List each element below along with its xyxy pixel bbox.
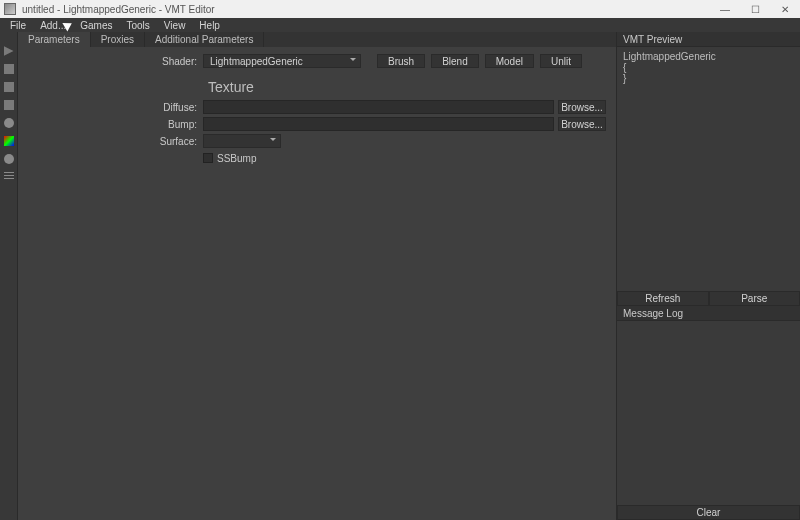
shader-brush-button[interactable]: Brush	[377, 54, 425, 68]
minimize-button[interactable]: —	[710, 0, 740, 18]
ssbump-checkbox[interactable]	[203, 153, 213, 163]
ssbump-label: SSBump	[217, 153, 256, 164]
surface-dropdown[interactable]	[203, 134, 281, 148]
shader-value: LightmappedGeneric	[210, 56, 303, 67]
message-log-header: Message Log	[617, 306, 800, 321]
tool-icon[interactable]	[4, 82, 14, 92]
bump-input[interactable]	[203, 117, 554, 131]
surface-label: Surface:	[18, 136, 203, 147]
menu-view[interactable]: View	[158, 20, 192, 31]
tool-icon[interactable]	[4, 100, 14, 110]
shader-model-button[interactable]: Model	[485, 54, 534, 68]
tool-icon[interactable]	[4, 46, 14, 56]
menu-help[interactable]: Help	[193, 20, 226, 31]
shader-unlit-button[interactable]: Unlit	[540, 54, 582, 68]
menu-tools[interactable]: Tools	[121, 20, 156, 31]
refresh-button[interactable]: Refresh	[617, 291, 709, 306]
window-title: untitled - LightmappedGeneric - VMT Edit…	[22, 4, 710, 15]
shader-dropdown[interactable]: LightmappedGeneric	[203, 54, 361, 68]
vmt-preview-header: VMT Preview	[617, 32, 800, 47]
menu-games[interactable]: Games	[74, 20, 118, 31]
diffuse-input[interactable]	[203, 100, 554, 114]
window-titlebar: untitled - LightmappedGeneric - VMT Edit…	[0, 0, 800, 18]
parameter-tabs: Parameters Proxies Additional Parameters	[18, 32, 616, 47]
tab-proxies[interactable]: Proxies	[91, 32, 145, 47]
tab-parameters[interactable]: Parameters	[18, 32, 91, 47]
diffuse-browse-button[interactable]: Browse...	[558, 100, 606, 114]
maximize-button[interactable]: ☐	[740, 0, 770, 18]
tab-additional-parameters[interactable]: Additional Parameters	[145, 32, 264, 47]
message-log	[617, 321, 800, 505]
close-button[interactable]: ✕	[770, 0, 800, 18]
texture-section-title: Texture	[208, 79, 606, 95]
tool-icon[interactable]	[4, 64, 14, 74]
bump-label: Bump:	[18, 119, 203, 130]
tool-strip	[0, 32, 18, 520]
parameters-panel: Shader: LightmappedGeneric Brush Blend M…	[18, 47, 616, 520]
tool-color-icon[interactable]	[4, 136, 14, 146]
menu-file[interactable]: File	[4, 20, 32, 31]
vmt-preview-text: LightmappedGeneric { }	[617, 47, 800, 291]
parse-button[interactable]: Parse	[709, 291, 801, 306]
clear-button[interactable]: Clear	[617, 505, 800, 520]
app-icon	[4, 3, 16, 15]
right-panel: VMT Preview LightmappedGeneric { } Refre…	[616, 32, 800, 520]
tool-icon[interactable]	[4, 154, 14, 164]
diffuse-label: Diffuse:	[18, 102, 203, 113]
menu-add[interactable]: Add...	[34, 20, 72, 31]
menu-bar: File Add... Games Tools View Help	[0, 18, 800, 32]
shader-blend-button[interactable]: Blend	[431, 54, 479, 68]
bump-browse-button[interactable]: Browse...	[558, 117, 606, 131]
tool-icon[interactable]	[4, 172, 14, 180]
tool-icon[interactable]	[4, 118, 14, 128]
shader-label: Shader:	[18, 56, 203, 67]
